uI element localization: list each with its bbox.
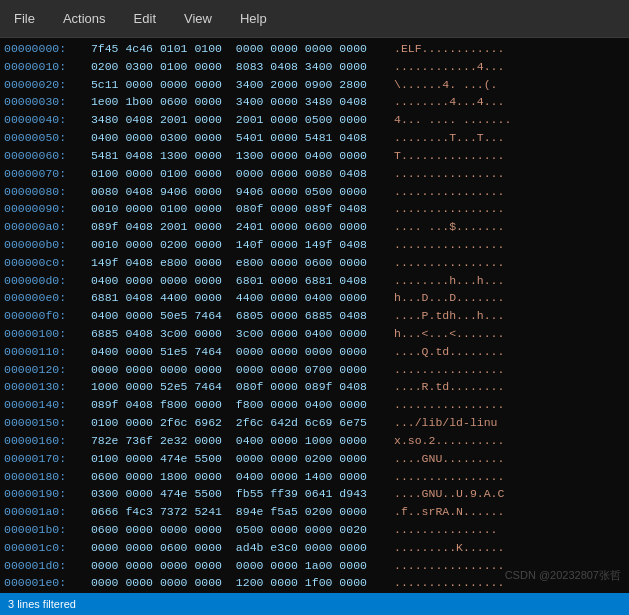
hex-bytes-cell: 0000 0000 0000 0000 0000 0000 1a00 0000 (84, 557, 394, 575)
hex-bytes-cell: 0100 0000 0100 0000 0000 0000 0080 0408 (84, 165, 394, 183)
address-cell: 00000010: (4, 58, 84, 76)
ascii-cell: ................ (394, 557, 504, 575)
menu-edit[interactable]: Edit (128, 7, 162, 30)
ascii-cell: ................ (394, 183, 504, 201)
hex-bytes-cell: 1000 0000 52e5 7464 080f 0000 089f 0408 (84, 378, 394, 396)
address-cell: 00000060: (4, 147, 84, 165)
menu-help[interactable]: Help (234, 7, 273, 30)
table-row: 00000040: 3480 0408 2001 0000 2001 0000 … (4, 111, 625, 129)
address-cell: 00000090: (4, 200, 84, 218)
status-bar: 3 lines filtered (0, 593, 629, 615)
table-row: 00000060: 5481 0408 1300 0000 1300 0000 … (4, 147, 625, 165)
ascii-cell: \......4. ...(. (394, 76, 498, 94)
address-cell: 00000020: (4, 76, 84, 94)
watermark-text: CSDN @20232807张哲 (505, 568, 621, 583)
table-row: 000000e0: 6881 0408 4400 0000 4400 0000 … (4, 289, 625, 307)
table-row: 000001a0: 0666 f4c3 7372 5241 894e f5a5 … (4, 503, 625, 521)
address-cell: 000000c0: (4, 254, 84, 272)
table-row: 00000130: 1000 0000 52e5 7464 080f 0000 … (4, 378, 625, 396)
menu-file[interactable]: File (8, 7, 41, 30)
hex-bytes-cell: 782e 736f 2e32 0000 0400 0000 1000 0000 (84, 432, 394, 450)
ascii-cell: ........4...4... (394, 93, 504, 111)
hex-bytes-cell: 0300 0000 474e 5500 fb55 ff39 0641 d943 (84, 485, 394, 503)
ascii-cell: ................ (394, 200, 504, 218)
hex-bytes-cell: 0100 0000 474e 5500 0000 0000 0200 0000 (84, 450, 394, 468)
table-row: 00000100: 6885 0408 3c00 0000 3c00 0000 … (4, 325, 625, 343)
table-row: 00000070: 0100 0000 0100 0000 0000 0000 … (4, 165, 625, 183)
address-cell: 000000a0: (4, 218, 84, 236)
table-row: 000000b0: 0010 0000 0200 0000 140f 0000 … (4, 236, 625, 254)
table-row: 000000d0: 0400 0000 0000 0000 6801 0000 … (4, 272, 625, 290)
hex-bytes-cell: 0000 0000 0000 0000 1200 0000 2400 0000 (84, 592, 394, 593)
table-row: 000000a0: 089f 0408 2001 0000 2401 0000 … (4, 218, 625, 236)
ascii-cell: ................ (394, 254, 504, 272)
table-row: 000000f0: 0400 0000 50e5 7464 6805 0000 … (4, 307, 625, 325)
ascii-cell: h...<...<....... (394, 325, 504, 343)
hex-bytes-cell: 0666 f4c3 7372 5241 894e f5a5 0200 0000 (84, 503, 394, 521)
ascii-cell: ................ (394, 361, 504, 379)
hex-bytes-cell: 0600 0000 1800 0000 0400 0000 1400 0000 (84, 468, 394, 486)
ascii-cell: ........h...h... (394, 272, 504, 290)
hex-bytes-cell: 0100 0000 2f6c 6962 2f6c 642d 6c69 6e75 (84, 414, 394, 432)
ascii-cell: T............... (394, 147, 504, 165)
menu-view[interactable]: View (178, 7, 218, 30)
ascii-cell: ................ (394, 574, 504, 592)
address-cell: 00000140: (4, 396, 84, 414)
ascii-cell: .........K...... (394, 539, 504, 557)
address-cell: 000000f0: (4, 307, 84, 325)
ascii-cell: h...D...D....... (394, 289, 504, 307)
table-row: 00000020: 5c11 0000 0000 0000 3400 2000 … (4, 76, 625, 94)
address-cell: 000001a0: (4, 503, 84, 521)
ascii-cell: ................ (394, 468, 504, 486)
address-cell: 000000b0: (4, 236, 84, 254)
hex-bytes-cell: 6885 0408 3c00 0000 3c00 0000 0400 0000 (84, 325, 394, 343)
table-row: 00000030: 1e00 1b00 0600 0000 3400 0000 … (4, 93, 625, 111)
hex-bytes-cell: 0400 0000 0000 0000 6801 0000 6881 0408 (84, 272, 394, 290)
hex-bytes-cell: 0400 0000 0300 0000 5401 0000 5481 0408 (84, 129, 394, 147)
hex-bytes-cell: 0010 0000 0100 0000 080f 0000 089f 0408 (84, 200, 394, 218)
hex-bytes-cell: 7f45 4c46 0101 0100 0000 0000 0000 0000 (84, 40, 394, 58)
table-row: 00000180: 0600 0000 1800 0000 0400 0000 … (4, 468, 625, 486)
hex-bytes-cell: 0080 0408 9406 0000 9406 0000 0500 0000 (84, 183, 394, 201)
menubar: File Actions Edit View Help (0, 0, 629, 38)
hex-bytes-cell: 0000 0000 0600 0000 ad4b e3c0 0000 0000 (84, 539, 394, 557)
table-row: 00000000: 7f45 4c46 0101 0100 0000 0000 … (4, 40, 625, 58)
table-row: 00000050: 0400 0000 0300 0000 5401 0000 … (4, 129, 625, 147)
ascii-cell: x.so.2.......... (394, 432, 504, 450)
address-cell: 000001d0: (4, 557, 84, 575)
table-row: 000001b0: 0600 0000 0000 0000 0500 0000 … (4, 521, 625, 539)
hex-bytes-cell: 1e00 1b00 0600 0000 3400 0000 3480 0408 (84, 93, 394, 111)
address-cell: 00000130: (4, 378, 84, 396)
address-cell: 00000030: (4, 93, 84, 111)
hex-content: 00000000: 7f45 4c46 0101 0100 0000 0000 … (0, 38, 629, 593)
address-cell: 00000070: (4, 165, 84, 183)
hex-bytes-cell: 0400 0000 50e5 7464 6805 0000 6885 0408 (84, 307, 394, 325)
hex-bytes-cell: 5c11 0000 0000 0000 3400 2000 0900 2800 (84, 76, 394, 94)
hex-bytes-cell: 089f 0408 2001 0000 2401 0000 0600 0000 (84, 218, 394, 236)
hex-bytes-cell: 5481 0408 1300 0000 1300 0000 0400 0000 (84, 147, 394, 165)
table-row: 00000010: 0200 0300 0100 0000 8083 0408 … (4, 58, 625, 76)
hex-bytes-cell: 3480 0408 2001 0000 2001 0000 0500 0000 (84, 111, 394, 129)
ascii-cell: ............$... (394, 592, 504, 593)
ascii-cell: ................ (394, 165, 504, 183)
address-cell: 00000100: (4, 325, 84, 343)
address-cell: 000001b0: (4, 521, 84, 539)
hex-bytes-cell: 0000 0000 0000 0000 1200 0000 1f00 0000 (84, 574, 394, 592)
menu-actions[interactable]: Actions (57, 7, 112, 30)
table-row: 00000160: 782e 736f 2e32 0000 0400 0000 … (4, 432, 625, 450)
address-cell: 00000170: (4, 450, 84, 468)
ascii-cell: .... ...$....... (394, 218, 504, 236)
ascii-cell: ............4... (394, 58, 504, 76)
table-row: 00000170: 0100 0000 474e 5500 0000 0000 … (4, 450, 625, 468)
ascii-cell: ....R.td........ (394, 378, 504, 396)
ascii-cell: ............... (394, 521, 504, 539)
hex-bytes-cell: 149f 0408 e800 0000 e800 0000 0600 0000 (84, 254, 394, 272)
ascii-cell: ....Q.td........ (394, 343, 504, 361)
address-cell: 000001e0: (4, 574, 84, 592)
table-row: 00000140: 089f 0408 f800 0000 f800 0000 … (4, 396, 625, 414)
ascii-cell: ................ (394, 236, 504, 254)
address-cell: 00000080: (4, 183, 84, 201)
address-cell: 00000050: (4, 129, 84, 147)
ascii-cell: ................ (394, 396, 504, 414)
address-cell: 000001f0: (4, 592, 84, 593)
